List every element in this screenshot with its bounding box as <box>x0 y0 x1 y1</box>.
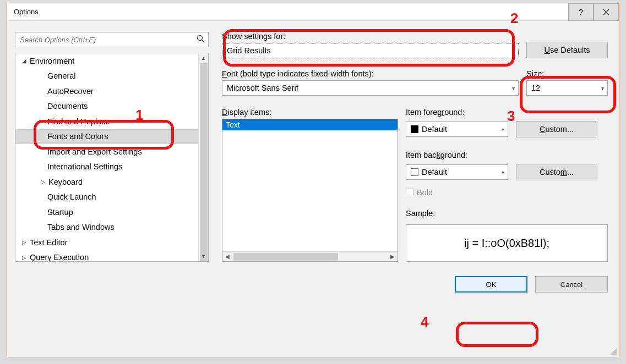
scroll-left-icon[interactable]: ◀ <box>222 253 232 260</box>
dialog-footer: OK Cancel <box>7 268 619 297</box>
close-icon <box>603 9 609 15</box>
tree-item-general[interactable]: General <box>15 69 198 84</box>
search-icon <box>197 35 205 45</box>
right-column: Show settings for: Grid Results ▾ UUse D… <box>222 32 608 262</box>
show-settings-value: Grid Results <box>227 46 271 55</box>
tree-item-label: Environment <box>29 57 74 65</box>
search-box[interactable] <box>15 32 209 47</box>
cancel-button[interactable]: Cancel <box>535 276 608 293</box>
caret-right-icon: ▷ <box>39 179 47 185</box>
tree-item-label: Find and Replace <box>46 117 110 126</box>
sample-label: Sample: <box>406 209 608 218</box>
tree-item-label: International Settings <box>46 162 122 171</box>
item-fg-label: Item foreground: <box>406 108 608 117</box>
tree-item-import-and-export-settings[interactable]: Import and Export Settings <box>15 144 198 159</box>
display-items-col: Display items: Text ◀ ▶ <box>222 108 398 262</box>
tree-vscrollbar[interactable]: ▲ ▼ <box>198 53 208 261</box>
tree-item-startup[interactable]: Startup <box>15 205 198 220</box>
tree-item-autorecover[interactable]: AutoRecover <box>15 84 198 99</box>
item-bg-value: Default <box>422 168 447 177</box>
chevron-down-icon: ▾ <box>512 85 515 91</box>
help-button[interactable]: ? <box>568 3 594 21</box>
tree-item-label: Startup <box>46 208 73 217</box>
size-combo[interactable]: 12 ▾ <box>526 80 608 96</box>
scroll-right-icon[interactable]: ▶ <box>388 253 398 260</box>
list-hscrollbar[interactable]: ◀ ▶ <box>222 251 398 261</box>
tree-item-label: Keyboard <box>47 178 83 186</box>
caret-down-icon: ◢ <box>20 58 29 64</box>
options-dialog: Options ? ◢EnvironmentGeneralAutoRecover… <box>7 3 619 357</box>
tree-item-find-and-replace[interactable]: Find and Replace <box>15 114 198 129</box>
item-bg-label: Item background: <box>406 151 608 159</box>
font-combo[interactable]: Microsoft Sans Serif ▾ <box>222 80 519 96</box>
tree-item-quick-launch[interactable]: Quick Launch <box>15 190 198 205</box>
chevron-down-icon: ▾ <box>512 48 515 54</box>
font-label: Font (bold type indicates fixed-width fo… <box>222 69 519 78</box>
chevron-down-icon: ▾ <box>502 126 504 133</box>
list-item[interactable]: Text <box>222 119 398 130</box>
tree-item-international-settings[interactable]: International Settings <box>15 159 198 175</box>
custom-bg-button[interactable]: Custom... <box>516 164 597 180</box>
tree-list[interactable]: ◢EnvironmentGeneralAutoRecoverDocumentsF… <box>15 53 198 261</box>
tree-item-fonts-and-colors[interactable]: Fonts and Colors <box>15 129 198 145</box>
checkbox-box <box>406 189 413 196</box>
scroll-thumb[interactable] <box>200 63 208 262</box>
tree-item-label: Tabs and Windows <box>46 223 115 231</box>
tree-item-text-editor[interactable]: ▷Text Editor <box>15 235 198 250</box>
tree-item-label: AutoRecover <box>46 87 94 96</box>
caret-right-icon: ▷ <box>20 239 29 245</box>
scroll-down-icon[interactable]: ▼ <box>199 251 208 261</box>
tree-item-query-execution[interactable]: ▷Query Execution <box>15 250 198 262</box>
color-col: Item foreground: Default ▾ Custom... Ite… <box>406 108 608 262</box>
svg-point-0 <box>198 36 203 41</box>
category-tree: ◢EnvironmentGeneralAutoRecoverDocumentsF… <box>15 53 209 262</box>
item-bg-combo[interactable]: Default ▾ <box>406 164 508 180</box>
tree-item-keyboard[interactable]: ▷Keyboard <box>15 174 198 190</box>
tree-item-environment[interactable]: ◢Environment <box>15 53 198 69</box>
tree-item-label: Fonts and Colors <box>46 132 108 141</box>
size-value: 12 <box>531 84 540 92</box>
color-swatch <box>411 125 418 133</box>
tree-item-label: General <box>46 71 76 80</box>
caret-right-icon: ▷ <box>20 255 29 261</box>
close-button[interactable] <box>594 3 619 21</box>
custom-fg-button[interactable]: Custom... <box>516 121 597 137</box>
show-settings-combo[interactable]: Grid Results ▾ <box>222 43 519 58</box>
search-input[interactable] <box>20 36 197 44</box>
show-settings-label: Show settings for: <box>222 32 519 41</box>
resize-grip-icon[interactable] <box>609 347 617 355</box>
display-items-list[interactable]: Text ◀ ▶ <box>222 119 398 262</box>
use-defaults-button[interactable]: UUse Defaultsse Defaults <box>526 42 608 58</box>
bold-checkbox: Bold <box>406 188 608 197</box>
chevron-down-icon: ▾ <box>502 169 504 175</box>
tree-item-documents[interactable]: Documents <box>15 99 198 114</box>
left-column: ◢EnvironmentGeneralAutoRecoverDocumentsF… <box>15 32 209 262</box>
tree-item-label: Quick Launch <box>46 192 96 201</box>
size-label: Size: <box>526 69 608 78</box>
tree-item-label: Documents <box>46 102 88 111</box>
bold-label: Bold <box>417 188 433 197</box>
scroll-up-icon[interactable]: ▲ <box>199 53 208 63</box>
tree-item-label: Query Execution <box>29 253 89 261</box>
chevron-down-icon: ▾ <box>601 85 604 91</box>
dialog-body: ◢EnvironmentGeneralAutoRecoverDocumentsF… <box>7 21 619 268</box>
sample-box: ij = I::oO(0xB81l); <box>406 224 608 262</box>
scroll-thumb[interactable] <box>233 253 338 261</box>
font-value: Microsoft Sans Serif <box>227 84 298 92</box>
color-swatch <box>411 168 418 176</box>
titlebar: Options ? <box>7 3 619 21</box>
display-items-label: Display items: <box>222 108 398 117</box>
item-fg-combo[interactable]: Default ▾ <box>406 122 508 137</box>
tree-item-label: Import and Export Settings <box>46 147 142 156</box>
tree-item-tabs-and-windows[interactable]: Tabs and Windows <box>15 220 198 235</box>
tree-item-label: Text Editor <box>29 238 68 247</box>
ok-button[interactable]: OK <box>455 276 527 293</box>
item-fg-value: Default <box>422 125 447 134</box>
window-title: Options <box>14 8 568 16</box>
